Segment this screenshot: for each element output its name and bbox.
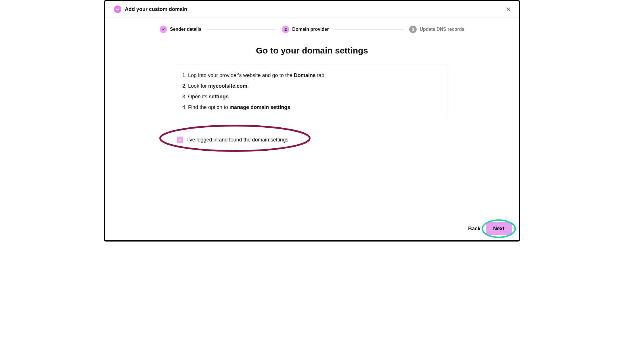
- confirm-checkbox[interactable]: [177, 137, 183, 143]
- instruction-item: Open its settings.: [188, 91, 442, 102]
- step-update-dns[interactable]: 3 Update DNS records: [409, 26, 464, 33]
- instruction-item: Find the option to manage domain setting…: [188, 102, 442, 113]
- step-badge-done: [160, 26, 167, 33]
- instruction-item: Log into your provider's website and go …: [188, 70, 442, 81]
- text-bold: Domains: [294, 72, 316, 78]
- text-bold: manage domain settings: [229, 104, 290, 110]
- next-button[interactable]: Next: [486, 222, 512, 235]
- confirm-label: I've logged in and found the domain sett…: [187, 137, 288, 143]
- instructions-card: Log into your provider's website and go …: [177, 64, 447, 119]
- text: .: [229, 94, 230, 99]
- brand-icon: [114, 5, 121, 13]
- step-badge-active: 2: [282, 26, 289, 33]
- confirm-row: I've logged in and found the domain sett…: [177, 129, 447, 155]
- dialog-frame: Add your custom domain Sender details 2 …: [104, 0, 520, 242]
- step-label: Sender details: [170, 27, 201, 32]
- step-label: Domain provider: [292, 27, 329, 32]
- close-button[interactable]: [504, 5, 512, 13]
- instruction-item: Look for mycoolsite.com.: [188, 81, 442, 91]
- text: Find the option to: [188, 104, 229, 110]
- confirm-checkbox-row[interactable]: I've logged in and found the domain sett…: [177, 137, 288, 143]
- stepper: Sender details 2 Domain provider 3 Updat…: [160, 26, 464, 33]
- text: .: [247, 83, 249, 89]
- step-label: Update DNS records: [420, 27, 464, 32]
- check-icon: [178, 138, 182, 142]
- close-icon: [506, 6, 511, 12]
- text: Open its: [188, 94, 209, 99]
- dialog-content: Sender details 2 Domain provider 3 Updat…: [105, 18, 519, 217]
- step-badge-pending: 3: [409, 26, 417, 33]
- step-separator: [334, 29, 404, 30]
- back-button[interactable]: Back: [468, 226, 481, 232]
- step-domain-provider[interactable]: 2 Domain provider: [282, 26, 329, 33]
- page-title: Go to your domain settings: [111, 46, 513, 55]
- text-bold: mycoolsite.com: [208, 83, 247, 89]
- text: Look for: [188, 83, 208, 89]
- dialog-title: Add your custom domain: [125, 6, 187, 12]
- instructions-list: Log into your provider's website and go …: [182, 70, 442, 113]
- check-icon: [161, 27, 165, 31]
- dialog-header: Add your custom domain: [105, 1, 519, 18]
- step-sender-details[interactable]: Sender details: [160, 26, 201, 33]
- text-bold: settings: [209, 94, 229, 99]
- step-separator: [206, 29, 277, 30]
- text: tab.: [316, 72, 326, 78]
- next-button-wrap: Next: [486, 222, 512, 235]
- text: .: [290, 104, 292, 110]
- text: Log into your provider's website and go …: [188, 72, 294, 78]
- dialog-footer: Back Next: [105, 217, 519, 240]
